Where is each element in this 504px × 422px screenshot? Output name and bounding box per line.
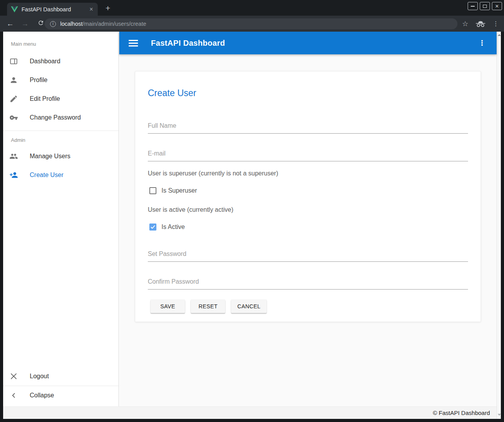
sidebar-item-change-password[interactable]: Change Password [3,108,118,127]
is-superuser-checkbox[interactable] [149,187,156,194]
new-tab-button[interactable]: + [102,3,113,14]
scroll-up-icon[interactable] [498,34,501,36]
form-actions: SAVE RESET CANCEL [151,300,468,313]
save-button[interactable]: SAVE [151,300,185,313]
sidebar-item-label: Profile [30,77,47,84]
back-button[interactable]: ← [5,20,15,28]
copyright-text: © FastAPI Dashboard [433,409,490,416]
people-icon [9,152,18,161]
sidebar-item-manage-users[interactable]: Manage Users [3,147,118,166]
url-path: /main/admin/users/create [83,21,146,27]
sidebar-bottom: Logout Collapse [3,367,118,405]
full-name-input[interactable] [148,122,468,134]
tab-close-icon[interactable]: × [88,6,95,13]
set-password-input[interactable] [148,250,468,262]
sidebar-item-logout[interactable]: Logout [3,367,118,386]
sidebar-item-label: Manage Users [30,153,70,160]
scroll-down-icon[interactable] [498,414,501,416]
address-bar[interactable]: i localhost/main/admin/users/create [45,18,457,29]
app-footer: © FastAPI Dashboard [3,406,497,419]
url-host: localhost [60,21,83,27]
browser-menu-icon[interactable]: ⋮ [493,20,499,27]
incognito-icon [476,20,485,27]
window-controls: ✕ [468,2,502,10]
maximize-icon [483,5,487,8]
maximize-button[interactable] [480,2,490,10]
toolbar-actions: ☆ ⋮ [462,16,499,32]
minimize-icon [471,6,475,7]
forward-button[interactable]: → [20,20,30,28]
email-input[interactable] [148,150,468,161]
checkbox-label: Is Superuser [161,187,197,194]
page-scrollbar[interactable] [497,32,501,419]
sidebar: Main menu Dashboard Profile Edit Profi [3,32,119,406]
bookmark-icon[interactable]: ☆ [462,20,468,28]
app-title: FastAPI Dashboard [151,39,225,48]
sidebar-section-main-menu: Main menu [11,41,118,47]
hamburger-menu-icon[interactable] [129,40,138,46]
is-active-checkbox[interactable] [149,224,156,231]
logout-x-icon [9,372,18,381]
active-hint: User is active (currently active) [148,206,468,213]
is-superuser-checkbox-row[interactable]: Is Superuser [149,187,468,194]
browser-toolbar: ← → i localhost/main/admin/users/create … [0,16,504,32]
dashboard-icon [9,57,18,66]
sidebar-item-edit-profile[interactable]: Edit Profile [3,89,118,108]
reload-icon [38,20,44,26]
sidebar-item-label: Logout [30,373,49,380]
sidebar-section-admin: Admin [11,137,118,143]
superuser-hint: User is superuser (currently is not a su… [148,170,468,177]
sidebar-divider [3,131,118,131]
browser-tab[interactable]: FastAPI Dashboard × [7,3,98,16]
chevron-left-icon [9,391,18,400]
sidebar-item-label: Edit Profile [30,95,60,102]
sidebar-item-dashboard[interactable]: Dashboard [3,52,118,71]
set-password-field-wrap [148,250,468,262]
app-bar: FastAPI Dashboard ⋮ [119,32,497,54]
key-icon [9,113,18,122]
sidebar-item-label: Change Password [30,114,81,121]
create-user-card: Create User User is superuser (currently… [135,71,481,322]
confirm-password-input[interactable] [148,278,468,290]
person-add-icon [9,171,18,179]
sidebar-item-label: Collapse [30,392,54,399]
vue-logo-icon [11,6,18,13]
sidebar-admin-group: Manage Users Create User [3,147,118,184]
sidebar-item-label: Create User [30,172,63,179]
full-name-field-wrap [148,122,468,134]
page-title: Create User [148,88,468,98]
browser-tab-bar: FastAPI Dashboard × + ✕ [0,0,504,16]
person-icon [9,76,18,84]
sidebar-main-group: Dashboard Profile Edit Profile Change Pa… [3,52,118,127]
reset-button[interactable]: RESET [191,300,225,313]
cancel-button[interactable]: CANCEL [231,300,267,313]
page-viewport: Main menu Dashboard Profile Edit Profi [3,32,501,419]
email-field-wrap [148,150,468,161]
reload-button[interactable] [36,20,45,28]
minimize-button[interactable] [468,2,478,10]
main-region: FastAPI Dashboard ⋮ Create User User is … [119,32,497,406]
sidebar-item-profile[interactable]: Profile [3,71,118,89]
check-icon [150,224,156,230]
sidebar-item-label: Dashboard [30,58,60,65]
pencil-icon [9,95,18,103]
page-info-icon[interactable]: i [50,21,56,27]
confirm-password-field-wrap [148,278,468,290]
is-active-checkbox-row[interactable]: Is Active [149,224,468,231]
app-overflow-menu-icon[interactable]: ⋮ [479,39,486,47]
close-button[interactable]: ✕ [492,2,502,10]
sidebar-item-collapse[interactable]: Collapse [3,386,118,405]
url-text: localhost/main/admin/users/create [60,21,146,27]
tab-title: FastAPI Dashboard [22,6,88,13]
checkbox-label: Is Active [161,224,185,231]
content-area: Create User User is superuser (currently… [119,54,497,406]
sidebar-item-create-user[interactable]: Create User [3,166,118,184]
